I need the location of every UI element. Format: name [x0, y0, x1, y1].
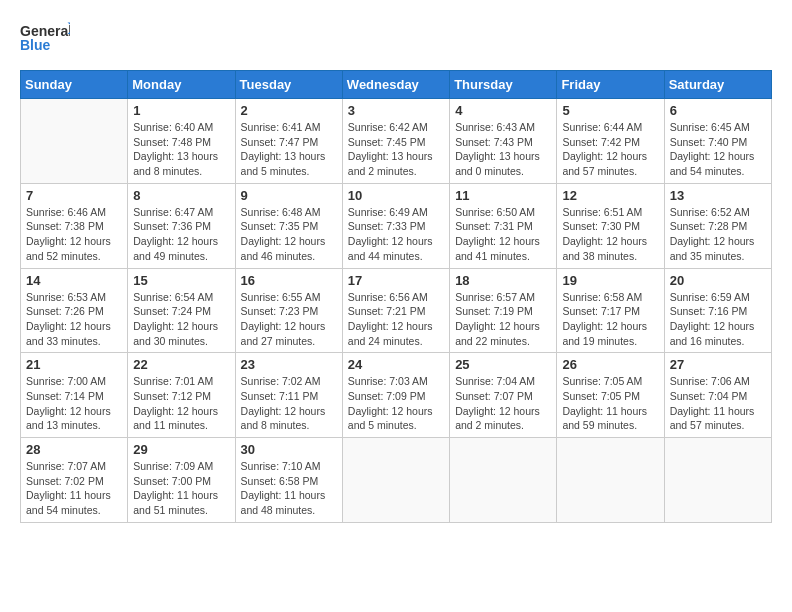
day-info: Sunrise: 6:46 AM Sunset: 7:38 PM Dayligh…: [26, 205, 122, 264]
day-info: Sunrise: 6:40 AM Sunset: 7:48 PM Dayligh…: [133, 120, 229, 179]
calendar-cell: 11Sunrise: 6:50 AM Sunset: 7:31 PM Dayli…: [450, 183, 557, 268]
calendar-cell: [664, 438, 771, 523]
day-info: Sunrise: 7:04 AM Sunset: 7:07 PM Dayligh…: [455, 374, 551, 433]
day-info: Sunrise: 6:42 AM Sunset: 7:45 PM Dayligh…: [348, 120, 444, 179]
day-info: Sunrise: 6:45 AM Sunset: 7:40 PM Dayligh…: [670, 120, 766, 179]
calendar-cell: 5Sunrise: 6:44 AM Sunset: 7:42 PM Daylig…: [557, 99, 664, 184]
calendar-week-3: 14Sunrise: 6:53 AM Sunset: 7:26 PM Dayli…: [21, 268, 772, 353]
calendar-cell: 25Sunrise: 7:04 AM Sunset: 7:07 PM Dayli…: [450, 353, 557, 438]
calendar-cell: 23Sunrise: 7:02 AM Sunset: 7:11 PM Dayli…: [235, 353, 342, 438]
day-info: Sunrise: 7:10 AM Sunset: 6:58 PM Dayligh…: [241, 459, 337, 518]
day-number: 21: [26, 357, 122, 372]
calendar-cell: 1Sunrise: 6:40 AM Sunset: 7:48 PM Daylig…: [128, 99, 235, 184]
day-number: 30: [241, 442, 337, 457]
day-info: Sunrise: 7:01 AM Sunset: 7:12 PM Dayligh…: [133, 374, 229, 433]
calendar-cell: 30Sunrise: 7:10 AM Sunset: 6:58 PM Dayli…: [235, 438, 342, 523]
weekday-header-tuesday: Tuesday: [235, 71, 342, 99]
day-info: Sunrise: 7:06 AM Sunset: 7:04 PM Dayligh…: [670, 374, 766, 433]
day-info: Sunrise: 6:50 AM Sunset: 7:31 PM Dayligh…: [455, 205, 551, 264]
calendar-cell: 16Sunrise: 6:55 AM Sunset: 7:23 PM Dayli…: [235, 268, 342, 353]
day-number: 8: [133, 188, 229, 203]
day-info: Sunrise: 6:41 AM Sunset: 7:47 PM Dayligh…: [241, 120, 337, 179]
day-info: Sunrise: 7:09 AM Sunset: 7:00 PM Dayligh…: [133, 459, 229, 518]
day-info: Sunrise: 7:07 AM Sunset: 7:02 PM Dayligh…: [26, 459, 122, 518]
day-number: 10: [348, 188, 444, 203]
logo: General Blue: [20, 20, 70, 60]
day-number: 23: [241, 357, 337, 372]
calendar-cell: 14Sunrise: 6:53 AM Sunset: 7:26 PM Dayli…: [21, 268, 128, 353]
day-info: Sunrise: 7:05 AM Sunset: 7:05 PM Dayligh…: [562, 374, 658, 433]
calendar-table: SundayMondayTuesdayWednesdayThursdayFrid…: [20, 70, 772, 523]
calendar-cell: 20Sunrise: 6:59 AM Sunset: 7:16 PM Dayli…: [664, 268, 771, 353]
calendar-week-1: 1Sunrise: 6:40 AM Sunset: 7:48 PM Daylig…: [21, 99, 772, 184]
calendar-week-2: 7Sunrise: 6:46 AM Sunset: 7:38 PM Daylig…: [21, 183, 772, 268]
svg-text:Blue: Blue: [20, 37, 51, 53]
day-info: Sunrise: 7:02 AM Sunset: 7:11 PM Dayligh…: [241, 374, 337, 433]
calendar-cell: 19Sunrise: 6:58 AM Sunset: 7:17 PM Dayli…: [557, 268, 664, 353]
calendar-cell: 9Sunrise: 6:48 AM Sunset: 7:35 PM Daylig…: [235, 183, 342, 268]
calendar-cell: 22Sunrise: 7:01 AM Sunset: 7:12 PM Dayli…: [128, 353, 235, 438]
day-info: Sunrise: 6:58 AM Sunset: 7:17 PM Dayligh…: [562, 290, 658, 349]
weekday-header-thursday: Thursday: [450, 71, 557, 99]
weekday-header-sunday: Sunday: [21, 71, 128, 99]
calendar-week-5: 28Sunrise: 7:07 AM Sunset: 7:02 PM Dayli…: [21, 438, 772, 523]
calendar-cell: [21, 99, 128, 184]
calendar-cell: [557, 438, 664, 523]
calendar-cell: 29Sunrise: 7:09 AM Sunset: 7:00 PM Dayli…: [128, 438, 235, 523]
day-info: Sunrise: 6:51 AM Sunset: 7:30 PM Dayligh…: [562, 205, 658, 264]
calendar-cell: 2Sunrise: 6:41 AM Sunset: 7:47 PM Daylig…: [235, 99, 342, 184]
day-info: Sunrise: 6:44 AM Sunset: 7:42 PM Dayligh…: [562, 120, 658, 179]
day-number: 16: [241, 273, 337, 288]
day-number: 25: [455, 357, 551, 372]
day-number: 24: [348, 357, 444, 372]
day-number: 29: [133, 442, 229, 457]
day-info: Sunrise: 6:54 AM Sunset: 7:24 PM Dayligh…: [133, 290, 229, 349]
logo-svg: General Blue: [20, 20, 70, 60]
weekday-header-wednesday: Wednesday: [342, 71, 449, 99]
day-number: 5: [562, 103, 658, 118]
day-info: Sunrise: 6:55 AM Sunset: 7:23 PM Dayligh…: [241, 290, 337, 349]
page-header: General Blue: [20, 20, 772, 60]
calendar-cell: 17Sunrise: 6:56 AM Sunset: 7:21 PM Dayli…: [342, 268, 449, 353]
calendar-week-4: 21Sunrise: 7:00 AM Sunset: 7:14 PM Dayli…: [21, 353, 772, 438]
calendar-cell: 10Sunrise: 6:49 AM Sunset: 7:33 PM Dayli…: [342, 183, 449, 268]
day-number: 12: [562, 188, 658, 203]
calendar-cell: 6Sunrise: 6:45 AM Sunset: 7:40 PM Daylig…: [664, 99, 771, 184]
calendar-cell: [450, 438, 557, 523]
day-number: 9: [241, 188, 337, 203]
calendar-cell: 13Sunrise: 6:52 AM Sunset: 7:28 PM Dayli…: [664, 183, 771, 268]
calendar-cell: 24Sunrise: 7:03 AM Sunset: 7:09 PM Dayli…: [342, 353, 449, 438]
day-number: 3: [348, 103, 444, 118]
calendar-cell: 26Sunrise: 7:05 AM Sunset: 7:05 PM Dayli…: [557, 353, 664, 438]
day-number: 27: [670, 357, 766, 372]
day-number: 28: [26, 442, 122, 457]
day-info: Sunrise: 6:57 AM Sunset: 7:19 PM Dayligh…: [455, 290, 551, 349]
calendar-cell: 21Sunrise: 7:00 AM Sunset: 7:14 PM Dayli…: [21, 353, 128, 438]
calendar-cell: 27Sunrise: 7:06 AM Sunset: 7:04 PM Dayli…: [664, 353, 771, 438]
calendar-cell: 12Sunrise: 6:51 AM Sunset: 7:30 PM Dayli…: [557, 183, 664, 268]
weekday-header-saturday: Saturday: [664, 71, 771, 99]
calendar-cell: [342, 438, 449, 523]
day-number: 14: [26, 273, 122, 288]
weekday-header-monday: Monday: [128, 71, 235, 99]
weekday-header-friday: Friday: [557, 71, 664, 99]
day-number: 19: [562, 273, 658, 288]
day-info: Sunrise: 6:59 AM Sunset: 7:16 PM Dayligh…: [670, 290, 766, 349]
day-number: 17: [348, 273, 444, 288]
day-number: 11: [455, 188, 551, 203]
calendar-cell: 3Sunrise: 6:42 AM Sunset: 7:45 PM Daylig…: [342, 99, 449, 184]
day-number: 22: [133, 357, 229, 372]
day-number: 20: [670, 273, 766, 288]
weekday-header-row: SundayMondayTuesdayWednesdayThursdayFrid…: [21, 71, 772, 99]
day-number: 7: [26, 188, 122, 203]
day-number: 15: [133, 273, 229, 288]
day-number: 4: [455, 103, 551, 118]
day-number: 26: [562, 357, 658, 372]
calendar-cell: 28Sunrise: 7:07 AM Sunset: 7:02 PM Dayli…: [21, 438, 128, 523]
day-number: 2: [241, 103, 337, 118]
calendar-cell: 18Sunrise: 6:57 AM Sunset: 7:19 PM Dayli…: [450, 268, 557, 353]
day-info: Sunrise: 6:48 AM Sunset: 7:35 PM Dayligh…: [241, 205, 337, 264]
calendar-cell: 8Sunrise: 6:47 AM Sunset: 7:36 PM Daylig…: [128, 183, 235, 268]
calendar-cell: 7Sunrise: 6:46 AM Sunset: 7:38 PM Daylig…: [21, 183, 128, 268]
day-number: 13: [670, 188, 766, 203]
